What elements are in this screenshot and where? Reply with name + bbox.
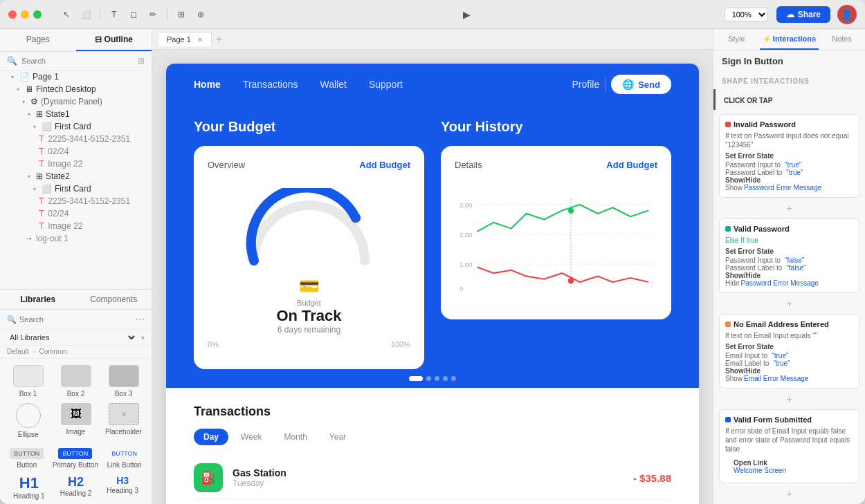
state1-icon: ⊞ [36,109,43,119]
add-action-3[interactable]: + [781,392,797,406]
tree-page1[interactable]: ▾ 📄 Page 1 [0,71,152,83]
tree-state1[interactable]: ▾ ⊞ State1 [0,108,152,120]
tree-card-number-2[interactable]: T 2225-3441-5152-2351 [0,195,152,207]
tab-style[interactable]: Style [713,29,760,50]
comp-heading1[interactable]: H1 Heading 1 [7,476,51,500]
user-avatar[interactable]: 👤 [837,5,857,24]
comp-placeholder[interactable]: ✕ Placeholder [102,403,145,438]
tree-card-number-1[interactable]: T 2225-3441-5152-2351 [0,133,152,145]
comp-box1[interactable]: Box 1 [7,365,49,398]
tree-first-card-2[interactable]: ▾ ⬜ First Card [0,183,152,195]
tree-dynamic-panel[interactable]: ▾ ⚙ (Dynamic Panel) [0,95,152,108]
comp-primary-button[interactable]: BUTTON Primary Button [53,448,98,469]
interaction-valid-form[interactable]: Valid Form Submitted If error state of E… [719,409,859,483]
lib-search-input[interactable] [19,315,132,324]
canvas-tab-page1[interactable]: Page 1 ✕ [158,32,212,46]
dot-4[interactable] [443,376,448,381]
add-action-1[interactable]: + [781,201,797,215]
nav-profile: Profile 🌐 Send [572,75,671,94]
gauge-min: 0% [208,340,219,348]
ellipse-preview [16,403,41,428]
dot-1[interactable] [409,376,423,381]
comp-box3[interactable]: Box 3 [102,365,145,398]
interaction-invalid-password[interactable]: Invalid Password If text on Password Inp… [719,114,859,198]
search-input[interactable] [21,57,134,65]
dot-2[interactable] [426,376,431,381]
add-budget-link[interactable]: Add Budget [359,160,410,170]
headings-grid: H1 Heading 1 H2 Heading 2 H3 Heading 3 [0,472,152,504]
lib-menu-icon[interactable]: ⋯ [135,314,145,325]
frame-tool[interactable]: ⬜ [78,6,94,23]
text-tool[interactable]: T [106,6,122,23]
nav-divider [605,77,606,91]
comp-heading3[interactable]: H3 Heading 3 [100,476,145,500]
add-action-4[interactable]: + [781,487,797,501]
maximize-button[interactable] [33,10,42,19]
app-mockup: Home Transactions Wallet Support Profile… [166,64,699,504]
nav-support[interactable]: Support [369,79,403,90]
interaction-valid-password[interactable]: Valid Password Else If true Set Error St… [719,218,859,293]
filter-icon[interactable]: ⊞ [138,56,145,66]
svg-text:0: 0 [459,285,463,292]
svg-point-0 [351,213,361,223]
comp-button[interactable]: BUTTON Button [10,448,44,469]
tree-image-1[interactable]: T Image 22 [0,158,152,170]
comp-ellipse[interactable]: Ellipse [7,403,49,438]
tab-interactions[interactable]: ⚡Interactions [760,29,819,50]
budget-title: Your Budget [194,119,424,135]
valid-password-header: Valid Password [725,225,853,233]
svg-point-9 [568,207,574,214]
nav-home[interactable]: Home [194,79,221,90]
comp-image[interactable]: 🖼 Image [55,403,97,438]
nav-profile-link[interactable]: Profile [572,79,600,90]
title-bar: ↖ ⬜ T ◻ ✏ ⊞ ⊕ ▶ 100% ☁ Share 👤 [0,0,865,29]
tree-frame[interactable]: ▾ 🖥 Fintech Desktop [0,83,152,95]
tab-pages[interactable]: Pages [0,29,76,51]
tree-first-card-1[interactable]: ▾ ⬜ First Card [0,120,152,133]
add-tab-icon[interactable]: + [216,33,222,46]
default-tag[interactable]: Default [7,348,29,355]
send-button[interactable]: 🌐 Send [611,75,671,94]
filter-week[interactable]: Week [231,429,271,445]
comp-heading2[interactable]: H2 Heading 2 [54,476,98,500]
filter-year[interactable]: Year [320,429,356,445]
comp-link-button[interactable]: BUTTON Link Button [107,448,142,469]
play-button[interactable]: ▶ [458,6,475,23]
tree-logout[interactable]: → log-out 1 [0,232,152,245]
shape-tool[interactable]: ◻ [125,6,142,23]
library-select[interactable]: All Libraries [7,333,137,342]
invalid-password-condition: If text on Password Input does not equal… [725,131,853,149]
add-action-2[interactable]: + [781,297,797,310]
nav-transactions[interactable]: Transactions [243,79,298,90]
component-tool[interactable]: ⊞ [173,6,190,23]
filter-month[interactable]: Month [274,429,316,445]
tree-image-2[interactable]: T Image 22 [0,220,152,232]
close-button[interactable] [8,10,17,19]
comp-box2[interactable]: Box 2 [55,365,97,398]
dot-5[interactable] [451,376,456,381]
h3-preview: H3 [116,476,129,485]
tab-outline[interactable]: ⊟Outline [76,29,152,51]
close-tab-icon[interactable]: ✕ [197,36,203,44]
common-tag[interactable]: Common [39,348,67,355]
tab-notes[interactable]: Notes [819,29,865,50]
zoom-select[interactable]: 100% [725,8,768,21]
tree-date-2[interactable]: T 02/24 [0,207,152,220]
select-tool[interactable]: ↖ [58,6,75,23]
interaction-no-email[interactable]: No Email Address Entered If text on Emai… [719,314,859,389]
filter-day[interactable]: Day [194,429,228,445]
minimize-button[interactable] [21,10,29,19]
dot-3[interactable] [435,376,439,381]
tree-date-1[interactable]: T 02/24 [0,145,152,158]
zoom-tool[interactable]: ⊕ [192,6,209,23]
budget-section: Your Budget Overview Add Budget [194,119,424,369]
history-add-budget-link[interactable]: Add Budget [606,160,657,170]
tree-state2[interactable]: ▾ ⊞ State2 [0,170,152,183]
pen-tool[interactable]: ✏ [145,6,161,23]
box2-preview [61,365,91,387]
tab-libraries[interactable]: Libraries [0,290,76,309]
share-button[interactable]: ☁ Share [776,6,830,23]
welcome-screen-link[interactable]: Welcome Screen [734,467,845,474]
nav-wallet[interactable]: Wallet [320,79,347,90]
tab-components[interactable]: Components [76,290,152,309]
